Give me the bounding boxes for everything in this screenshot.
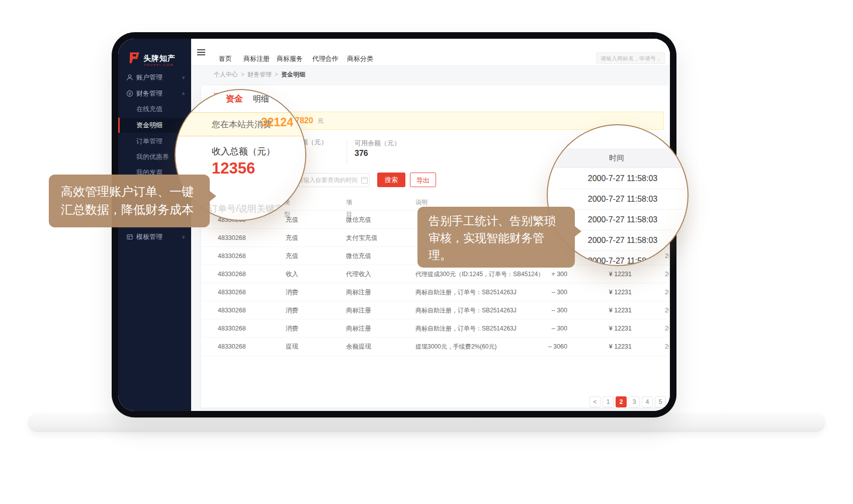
table-row: 48330268 提现 余额提现 提现3000元，手续费2%(60元) – 30… [201,337,669,356]
cell-time: 2000-7-27 11:58:03 [665,283,669,301]
callout-left: 高效管理账户订单、一键 汇总数据，降低财务成本 [49,175,210,227]
finance-icon [126,90,133,97]
cell-balance: ¥ 12231 [596,338,632,356]
cell-time: 2000-7-27 11:58:03 [665,247,669,265]
cell-desc: 代理提成300元（ID:1245，订单号：SB45124） [415,265,544,283]
stats-divider [347,139,347,165]
brand-logo-icon [128,51,141,64]
cell-project: 商标注册 [346,301,371,319]
callout-text: 高效管理账户订单、一键 [61,183,210,201]
cell-amount: – 300 [528,319,567,338]
cell-time: 2000-7-27 11:58:03 [665,338,669,356]
cell-desc: 商标自助注册，订单号：SB2514263J [415,301,517,319]
sort-caret-icon: ∨ [348,196,352,208]
page-button[interactable]: 4 [642,396,653,407]
cell-balance: ¥ 12231 [596,283,632,301]
topbar: 首页 商标注册 商标服务 代理合作 商标分类 [191,39,670,66]
balance-label: 可用余额（元） [355,139,400,148]
cell-order-no: 48330268 [218,247,246,265]
sidebar-item-template[interactable]: 模板管理 ∨ [118,229,191,244]
next-page-button[interactable]: > [668,396,669,407]
sidebar-item-account[interactable]: 账户管理 ∨ [118,70,191,85]
cell-balance: ¥ 12231 [596,301,632,319]
table-row: 48330268 消费 商标注册 商标自助注册，订单号：SB2514263J –… [201,283,669,301]
callout-right: 告别手工统计、告别繁琐 审核，实现智能财务管 理。 [417,207,575,268]
calendar-icon[interactable] [361,177,368,184]
cell-desc: 商标自助注册，订单号：SB2514263J [415,319,517,338]
user-icon [126,74,133,81]
cell-order-no: 48330268 [218,283,246,301]
magnified-income-label: 收入总额（元） [212,145,275,157]
callout-text: 汇总数据，降低财务成本 [61,201,210,219]
export-button[interactable]: 导出 [410,173,436,187]
sidebar-item-label: 我的优惠券 [136,149,169,164]
cell-type: 充值 [286,247,298,265]
cell-type: 消费 [286,319,298,338]
magnified-banner-amount: 32124 [261,116,293,129]
nav-item-trademark-register[interactable]: 商标注册 [243,54,270,63]
nav-item-agent-cooperation[interactable]: 代理合作 [312,54,338,63]
cell-order-no: 48330268 [218,338,246,356]
brand-name: 头牌知产 [143,54,176,63]
chevron-down-icon: ∨ [182,70,185,85]
page-button-active[interactable]: 2 [616,396,627,407]
cell-amount: – 3060 [528,338,567,356]
magnified-income-value: 12356 [212,159,255,178]
cell-type: 消费 [286,301,298,319]
cell-project: 微信充值 [346,211,371,229]
magnified-time-row: 2000-7-27 11:58:03 [560,189,686,210]
trademark-search-input[interactable] [596,52,665,64]
cell-balance: ¥ 12231 [596,319,632,338]
callout-text: 告别手工统计、告别繁琐 [429,212,575,229]
cell-time: 2000-7-27 11:58:03 [665,265,669,283]
table-row: 48330268 消费 商标注册 商标自助注册，订单号：SB2514263J –… [201,301,669,319]
breadcrumb-current: 资金明细 [281,71,305,78]
banner-unit: 元 [317,112,323,129]
date-input[interactable] [292,173,370,187]
breadcrumb-separator: > [275,71,278,78]
nav-item-home[interactable]: 首页 [219,54,232,63]
nav-item-trademark-category[interactable]: 商标分类 [347,54,373,63]
search-button[interactable]: 搜索 [377,173,405,187]
sidebar-item-label: 财务管理 [136,86,162,101]
sidebar-item-online-recharge[interactable]: 在线充值 [118,102,191,117]
template-icon [126,233,133,240]
nav-item-trademark-service[interactable]: 商标服务 [277,54,303,63]
page-button[interactable]: 1 [603,396,614,407]
cell-type: 充值 [286,211,298,229]
breadcrumb: 个人中心>财务管理>资金明细 [214,70,305,79]
breadcrumb-item[interactable]: 财务管理 [247,71,272,78]
cell-project: 商标注册 [346,283,371,301]
breadcrumb-separator: > [241,71,244,78]
sidebar-item-label: 账户管理 [136,70,162,85]
cell-type: 消费 [286,283,298,301]
page-button[interactable]: 3 [629,396,640,407]
cell-amount: + 300 [528,265,567,283]
breadcrumb-item[interactable]: 个人中心 [214,71,238,78]
cell-order-no: 48330268 [218,301,246,319]
cell-order-no: 48330268 [218,265,246,283]
cell-project: 商标注册 [346,319,371,338]
sidebar-item-label: 资金明细 [136,118,162,133]
sidebar-item-label: 在线充值 [136,102,162,117]
cell-time: 2000-7-27 11:58:03 [665,301,669,319]
cell-project: 余额提现 [346,338,371,356]
cell-project: 支付宝充值 [346,229,378,247]
sidebar-item-label: 订单管理 [136,134,162,149]
cell-type: 充值 [286,229,298,247]
magnified-tab-active: 资金 [226,93,243,105]
chevron-down-icon: ∨ [182,229,185,244]
hamburger-icon[interactable] [197,49,205,55]
callout-arrow-icon [574,226,581,237]
magnified-time-row: 2000-7-27 11:58:03 [560,168,686,189]
cell-project: 微信充值 [346,247,371,265]
callout-arrow-icon [209,191,216,202]
cell-desc: 提现3000元，手续费2%(60元) [415,338,496,356]
table-row: 48330268 消费 商标注册 商标自助注册，订单号：SB2514263J –… [201,319,669,338]
prev-page-button[interactable]: < [589,396,601,407]
brand-domain: TOUPAI.COM [144,63,174,66]
cell-project: 代理收入 [346,265,371,283]
page-button[interactable]: 5 [655,396,666,407]
sidebar-item-finance[interactable]: 财务管理 ∧ [118,86,191,101]
callout-text: 理。 [429,246,575,264]
